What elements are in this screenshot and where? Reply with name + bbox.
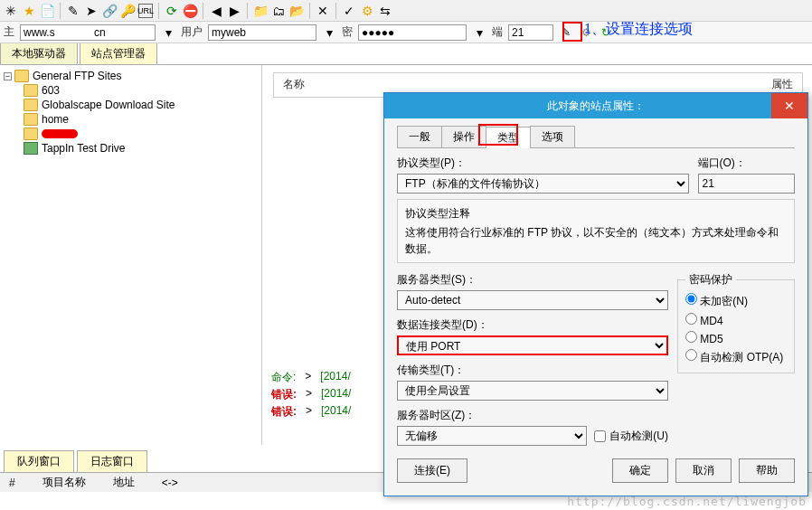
bh-name: 项目名称: [42, 475, 86, 490]
folder-icon[interactable]: 📁: [253, 4, 268, 18]
fwd-icon[interactable]: ▶: [227, 4, 241, 18]
ptr-icon[interactable]: ➤: [84, 4, 99, 18]
key-icon[interactable]: 🔑: [120, 4, 135, 18]
sync-icon[interactable]: ⇆: [378, 4, 392, 18]
newfld-icon[interactable]: 📂: [289, 4, 304, 18]
dlg-tab-type[interactable]: 类型: [486, 127, 531, 148]
tree-item[interactable]: [24, 127, 258, 141]
port-input[interactable]: [508, 24, 553, 41]
main-toolbar: ✳ ★ 📄 ✎ ➤ 🔗 🔑 URL ⟳ ⛔ ◀ ▶ 📁 🗂 📂 ✕ ✓ ⚙ ⇆: [0, 0, 812, 22]
connect-button[interactable]: 连接(E): [397, 458, 467, 483]
protocol-label: 协议类型(P)：: [397, 156, 689, 171]
transfer-select[interactable]: 使用全局设置: [397, 381, 668, 401]
dlg-port-label: 端口(O)：: [698, 156, 796, 171]
url-icon[interactable]: URL: [138, 4, 153, 18]
watermark: http://blog.csdn.net/liwengjob: [567, 495, 807, 508]
bh-arrow: <->: [162, 477, 178, 489]
host-dd-icon[interactable]: ▾: [161, 25, 175, 40]
delete-icon[interactable]: ✕: [316, 4, 330, 18]
refresh-icon[interactable]: ⟳: [165, 4, 179, 18]
col-name: 名称: [283, 77, 305, 93]
doc-icon[interactable]: 📄: [40, 4, 54, 18]
dlg-tab-general[interactable]: 一般: [397, 126, 442, 147]
dialog-title-bar: 此对象的站点属性： ✕: [384, 93, 807, 118]
connect-icon[interactable]: ↻: [599, 25, 613, 40]
tree-item[interactable]: 603: [24, 83, 258, 98]
protocol-select[interactable]: FTP（标准的文件传输协议）: [397, 174, 689, 194]
star-icon[interactable]: ★: [22, 4, 36, 18]
pw-opt-3[interactable]: 自动检测 OTP(A): [685, 349, 787, 365]
host-input[interactable]: [20, 24, 156, 41]
link-icon[interactable]: 🔗: [102, 4, 117, 18]
stop-icon[interactable]: ⛔: [183, 4, 197, 18]
protocol-note: 协议类型注释 这将使用符合行业标准的 FTP 协议，以不安全的（纯文本）方式来处…: [397, 199, 795, 263]
tab-local[interactable]: 本地驱动器: [0, 42, 78, 64]
dlg-tab-options[interactable]: 选项: [530, 126, 575, 147]
site-properties-dialog: 此对象的站点属性： ✕ 一般 操作 类型 选项 2、设置连接类型 协议类型(P)…: [383, 92, 808, 496]
pw-opt-2[interactable]: MD5: [685, 331, 787, 345]
dialog-title: 此对象的站点属性：: [547, 99, 645, 114]
port-label: 端: [492, 24, 503, 40]
dlg-tab-action[interactable]: 操作: [441, 126, 486, 147]
pw-legend: 密码保护: [685, 272, 736, 288]
col-attr: 属性: [771, 77, 793, 93]
bh-num: #: [9, 477, 15, 489]
pw-opt-0[interactable]: 未加密(N): [685, 293, 787, 309]
conn-select[interactable]: 使用 PORT: [397, 335, 668, 355]
user-label: 用户: [181, 24, 203, 40]
tree-item[interactable]: Globalscape Download Site: [24, 98, 258, 112]
pass-input[interactable]: [358, 24, 467, 41]
back-icon[interactable]: ◀: [209, 4, 223, 18]
folders-icon[interactable]: 🗂: [271, 4, 286, 18]
note-title: 协议类型注释: [405, 205, 787, 222]
tz-label: 服务器时区(Z)：: [397, 408, 668, 423]
wand-icon[interactable]: ✎: [66, 4, 80, 18]
tree-root[interactable]: −General FTP Sites: [4, 69, 258, 83]
help-button[interactable]: 帮助: [739, 458, 795, 483]
tree-item[interactable]: home: [24, 112, 258, 127]
host-label: 主: [4, 24, 14, 40]
main-tabs: 本地驱动器 站点管理器 cn: [0, 43, 812, 65]
tz-select[interactable]: 无偏移: [397, 426, 587, 446]
tree-item[interactable]: TappIn Test Drive: [24, 141, 258, 156]
tab-sitemgr[interactable]: 站点管理器: [80, 42, 157, 64]
user-dd-icon[interactable]: ▾: [322, 25, 336, 40]
site-tree: −General FTP Sites 603 Globalscape Downl…: [0, 65, 262, 445]
cancel-button[interactable]: 取消: [675, 458, 732, 483]
btab-log[interactable]: 日志窗口: [77, 450, 147, 473]
ok-button[interactable]: 确定: [612, 458, 668, 483]
password-fieldset: 密码保护 未加密(N) MD4 MD5 自动检测 OTP(A): [677, 272, 795, 373]
server-label: 服务器类型(S)：: [397, 272, 668, 288]
pass-label: 密: [342, 24, 353, 40]
user-input[interactable]: [208, 24, 316, 41]
transfer-label: 传输类型(T)：: [397, 363, 668, 378]
autodetect-check[interactable]: 自动检测(U): [594, 429, 668, 444]
pw-opt-1[interactable]: MD4: [685, 313, 787, 327]
dlg-port-input[interactable]: [698, 174, 796, 194]
dialog-buttons: 连接(E) 确定 取消 帮助: [397, 458, 795, 483]
btab-queue[interactable]: 队列窗口: [4, 450, 74, 473]
note-body: 这将使用符合行业标准的 FTP 协议，以不安全的（纯文本）方式来处理命令和数据。: [405, 224, 787, 257]
new-icon[interactable]: ✳: [4, 4, 18, 18]
magic-icon[interactable]: ✎: [559, 25, 573, 40]
pass-dd-icon[interactable]: ▾: [472, 25, 486, 40]
server-select[interactable]: Auto-detect: [397, 290, 668, 310]
dialog-tabs: 一般 操作 类型 选项: [397, 126, 795, 148]
conn-label: 数据连接类型(D)：: [397, 317, 668, 333]
settings-icon[interactable]: ⚙: [579, 25, 593, 40]
bh-addr: 地址: [113, 475, 135, 490]
check-icon[interactable]: ✓: [342, 4, 356, 18]
gear-icon[interactable]: ⚙: [360, 4, 374, 18]
bottom-tabs: 队列窗口 日志窗口: [4, 450, 150, 473]
connection-bar: 主 ▾ 用户 ▾ 密 ▾ 端 ✎ ⚙ ↻: [0, 22, 812, 43]
close-button[interactable]: ✕: [771, 93, 807, 118]
